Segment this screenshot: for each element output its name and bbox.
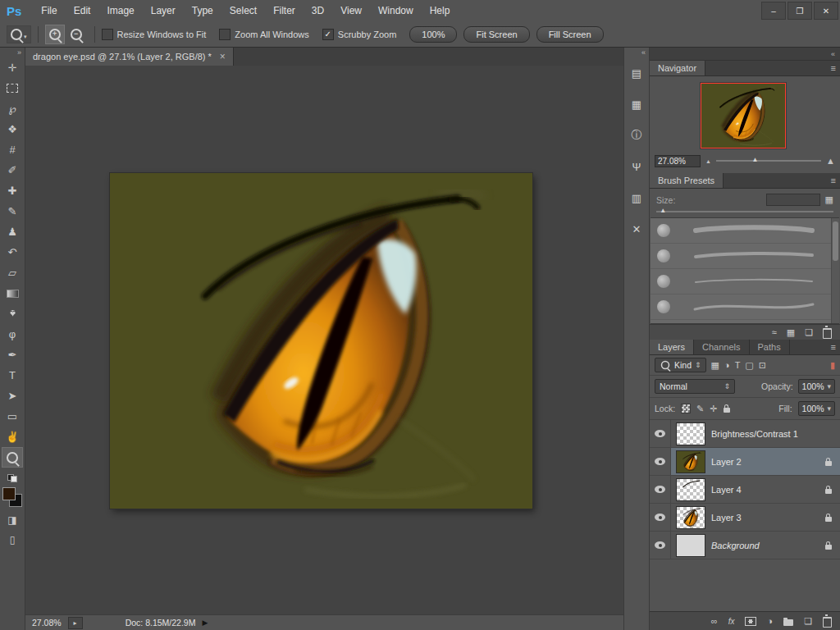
menu-file[interactable]: File — [33, 0, 65, 21]
layer-name[interactable]: Layer 2 — [711, 457, 819, 467]
tab-close-icon[interactable]: × — [220, 51, 226, 62]
zoom-tool[interactable] — [2, 447, 23, 468]
dock-collapse-button[interactable]: « — [831, 50, 835, 58]
layer-name[interactable]: Layer 4 — [711, 485, 819, 495]
crop-tool[interactable]: # — [2, 139, 23, 160]
slider-thumb-icon[interactable]: ▲ — [660, 207, 666, 214]
lasso-tool[interactable]: ℘ — [2, 98, 23, 119]
visibility-cell[interactable] — [650, 448, 671, 475]
type-tool[interactable]: T — [2, 365, 23, 386]
menu-filter[interactable]: Filter — [265, 0, 304, 21]
menu-select[interactable]: Select — [221, 0, 265, 21]
panel-menu-icon[interactable]: ≡ — [831, 61, 836, 75]
eyedropper-tool[interactable]: ✐ — [2, 160, 23, 180]
status-flyout-arrow-icon[interactable]: ▶ — [202, 619, 208, 627]
menu-3d[interactable]: 3D — [304, 0, 332, 21]
fill-screen-button[interactable]: Fill Screen — [536, 26, 604, 43]
zoom-out-button[interactable]: − — [66, 25, 86, 44]
layer-thumbnail[interactable] — [676, 478, 705, 501]
zoom-all-windows-checkbox[interactable]: Zoom All Windows — [219, 29, 308, 40]
history-brush-tool[interactable]: ↶ — [2, 242, 23, 262]
swatches-panel-icon[interactable]: ▦ — [627, 94, 646, 114]
screen-mode-button[interactable]: ▯ — [10, 534, 16, 546]
tab-paths[interactable]: Paths — [750, 340, 790, 354]
stroke-preview-icon[interactable]: ≈ — [772, 328, 777, 337]
navigator-preview[interactable] — [701, 83, 786, 148]
brush-preset-item[interactable] — [651, 218, 839, 244]
layer-row-background[interactable]: Background — [650, 532, 840, 559]
move-tool[interactable]: ✛ — [2, 57, 23, 78]
properties-panel-icon[interactable]: ▤ — [627, 63, 646, 83]
brush-size-field[interactable] — [766, 194, 820, 206]
layer-row-layer-3[interactable]: Layer 3 — [650, 504, 840, 532]
brush-size-slider[interactable]: ▲ — [656, 211, 833, 212]
layer-thumbnail[interactable] — [676, 534, 705, 557]
toolbar-collapse-button[interactable]: » — [14, 48, 25, 57]
layer-row-layer-4[interactable]: Layer 4 — [650, 476, 840, 504]
lock-all-icon[interactable] — [724, 408, 730, 413]
panel-menu-icon[interactable]: ≡ — [831, 340, 836, 354]
zoom-out-small-icon[interactable]: ▲ — [705, 158, 711, 164]
layer-thumbnail[interactable] — [676, 450, 705, 473]
visibility-cell[interactable] — [650, 476, 671, 503]
brush-preset-item[interactable] — [651, 269, 839, 294]
eye-icon[interactable] — [655, 458, 665, 465]
lock-pixels-icon[interactable]: ✎ — [696, 404, 704, 414]
pen-tool[interactable]: ✒ — [2, 345, 23, 365]
lock-transparency-icon[interactable] — [681, 404, 691, 413]
brush-panel-toggle-icon[interactable]: ▦ — [825, 195, 833, 204]
rectangle-tool[interactable]: ▭ — [2, 406, 23, 427]
visibility-cell[interactable] — [650, 420, 671, 447]
tab-layers[interactable]: Layers — [650, 340, 694, 354]
zoom-in-button[interactable]: + — [45, 25, 65, 44]
filter-pixel-icon[interactable]: ▦ — [711, 360, 719, 371]
eye-icon[interactable] — [655, 514, 665, 521]
menu-layer[interactable]: Layer — [143, 0, 184, 21]
brush-tool[interactable]: ✎ — [2, 201, 23, 221]
tab-channels[interactable]: Channels — [694, 340, 749, 354]
eraser-tool[interactable]: ▱ — [2, 262, 23, 283]
quick-mask-button[interactable]: ◨ — [7, 514, 16, 526]
dock-expand-button[interactable]: « — [638, 48, 649, 57]
filter-type-icon[interactable]: T — [735, 360, 741, 370]
add-layer-mask-icon[interactable] — [745, 617, 756, 626]
navigator-zoom-field[interactable]: 27.08% — [655, 155, 701, 167]
brush-preset-item[interactable] — [651, 294, 839, 320]
tool-presets-panel-icon[interactable]: ✕ — [627, 219, 646, 239]
filter-smart-object-icon[interactable]: ⊡ — [759, 360, 766, 371]
eye-icon[interactable] — [655, 541, 665, 549]
fill-field[interactable]: 100% ▾ — [798, 401, 835, 416]
fit-screen-button[interactable]: Fit Screen — [463, 26, 529, 43]
menu-help[interactable]: Help — [422, 0, 459, 21]
menu-view[interactable]: View — [332, 0, 370, 21]
brush-preset-item[interactable] — [651, 244, 839, 269]
scrollbar-thumb[interactable] — [833, 221, 838, 261]
texture-grid-icon[interactable]: ▦ — [787, 328, 795, 337]
zoom-100-button[interactable]: 100% — [409, 26, 457, 43]
zoom-in-large-icon[interactable]: ▲ — [826, 156, 835, 166]
resize-windows-checkbox[interactable]: Resize Windows to Fit — [102, 29, 207, 40]
quick-selection-tool[interactable]: ❖ — [2, 119, 23, 139]
blend-mode-dropdown[interactable]: Normal ⇕ — [655, 379, 735, 394]
delete-layer-icon[interactable] — [823, 617, 832, 628]
filter-kind-dropdown[interactable]: Kind ⇕ — [655, 358, 706, 372]
spot-healing-brush-tool[interactable]: ✚ — [2, 180, 23, 201]
eye-icon[interactable] — [655, 430, 665, 437]
hand-tool[interactable]: ✌ — [2, 427, 23, 447]
delete-brush-icon[interactable] — [823, 328, 832, 339]
canvas[interactable] — [110, 173, 532, 509]
minimize-button[interactable]: – — [761, 2, 786, 20]
gradient-tool[interactable] — [2, 283, 23, 304]
visibility-cell[interactable] — [650, 504, 671, 531]
menu-image[interactable]: Image — [98, 0, 142, 21]
layer-name[interactable]: Brightness/Contrast 1 — [711, 429, 840, 439]
current-tool-dropdown[interactable]: ▾ — [7, 25, 31, 43]
status-zoom-menu-button[interactable]: ▸ — [68, 617, 83, 629]
layer-style-icon[interactable]: fx — [728, 617, 735, 626]
navigator-zoom-slider[interactable]: ▲ — [716, 160, 821, 162]
foreground-color-swatch[interactable] — [2, 487, 16, 500]
menu-window[interactable]: Window — [370, 0, 422, 21]
new-layer-icon[interactable]: ❏ — [804, 617, 812, 626]
eye-icon[interactable] — [655, 486, 665, 493]
filter-adjustment-icon[interactable]: ◑ — [724, 360, 730, 370]
